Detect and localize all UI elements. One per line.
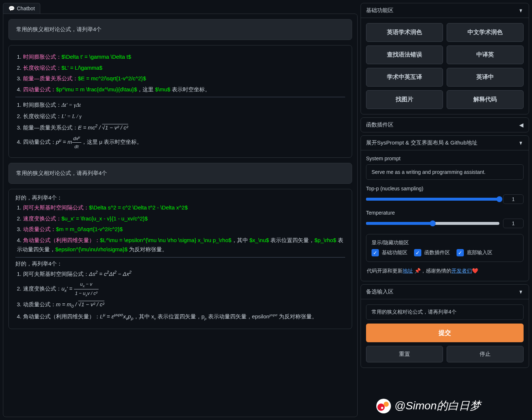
- formula-label: 闵可夫斯基时空间隔公式：: [23, 271, 89, 277]
- function-button[interactable]: 学术中英互译: [366, 68, 443, 87]
- prompt-input[interactable]: [366, 304, 524, 320]
- chevron-down-icon: ▼: [519, 7, 523, 14]
- advanced-panel: 展开SysPrompt & 交互界面布局 & Github地址 ▼ System…: [361, 135, 529, 281]
- function-button[interactable]: 查找语法错误: [366, 45, 443, 64]
- text: ，其中 x: [133, 313, 154, 319]
- formula: m = m0 / 1 − v² / c²: [56, 302, 104, 307]
- formula-label: 能量—质量关系公式：: [23, 124, 78, 131]
- formula-label: 动质量公式：: [23, 301, 56, 307]
- system-prompt-label: System prompt: [366, 156, 524, 161]
- formula: pμ = mdxμdτ: [56, 139, 81, 145]
- basic-functions-header[interactable]: 基础功能区 ▼: [361, 3, 529, 18]
- text: 为反对称张量。: [277, 313, 317, 319]
- checkbox-item[interactable]: ✓底部输入区: [457, 249, 492, 256]
- panel-title: 备选输入区: [366, 288, 394, 295]
- tab-label: Chatbot: [17, 6, 35, 11]
- latex-code: L^\mu = \epsilon^{\mu \nu \rho \sigma} x…: [100, 237, 232, 243]
- topp-value[interactable]: 1: [503, 194, 524, 204]
- advanced-header[interactable]: 展开SysPrompt & 交互界面布局 & Github地址 ▼: [361, 136, 529, 150]
- checkbox-icon: ✓: [457, 249, 464, 256]
- latex-code: \mu: [155, 86, 170, 92]
- developers-link[interactable]: 开发者们: [451, 268, 472, 274]
- text: ，其中: [232, 237, 250, 243]
- showhide-title: 显示/隐藏功能区: [372, 240, 518, 246]
- text: 表示时空坐标。: [170, 86, 210, 92]
- function-button[interactable]: 英译中: [447, 68, 524, 87]
- function-button[interactable]: 中文学术润色: [447, 23, 524, 42]
- topp-slider[interactable]: [366, 198, 499, 201]
- latex-code: L' = L/\gamma: [62, 65, 103, 71]
- text: 表示位置四矢量，: [269, 237, 314, 243]
- credit-text: 代码开源和更新: [367, 268, 403, 274]
- function-button[interactable]: 中译英: [447, 45, 524, 64]
- checkbox-icon: ✓: [414, 249, 421, 256]
- text: 好的，再列举4个：: [15, 260, 345, 267]
- formula-label: 能量—质量关系公式：: [23, 75, 78, 81]
- panel-title: 基础功能区: [366, 7, 394, 14]
- formula: L' = L / γ: [62, 113, 82, 119]
- checkbox-label: 函数插件区: [424, 249, 450, 256]
- user-message: 常用的狭义相对论公式，请列举4个: [8, 19, 352, 40]
- text: 好的，再列举4个：: [15, 194, 345, 201]
- chevron-down-icon: ▼: [519, 140, 523, 146]
- tab-chatbot[interactable]: 💬 Chatbot: [3, 3, 40, 14]
- text: 表示动量四矢量，epsilon: [206, 313, 269, 319]
- repo-link[interactable]: 地址: [403, 268, 413, 274]
- latex-code: x_\nu: [250, 237, 269, 243]
- formula-label: 角动量公式（利用四维矢量）：: [23, 313, 100, 319]
- credit-text: ，感谢热情的: [421, 268, 451, 274]
- formula-label: 长度收缩公式：: [23, 65, 62, 71]
- checkbox-icon: ✓: [372, 249, 379, 256]
- latex-code: p_\rho: [314, 237, 336, 243]
- topp-label: Top-p (nucleus sampling): [366, 186, 524, 191]
- heart-icon: ❤️: [472, 268, 478, 274]
- function-button[interactable]: 找图片: [366, 90, 443, 109]
- submit-button[interactable]: 提交: [366, 324, 524, 342]
- formula: Δs2 = c2Δt2 − Δx2: [89, 271, 132, 277]
- function-button[interactable]: 英语学术润色: [366, 23, 443, 42]
- formula-label: 时间膨胀公式：: [23, 54, 62, 60]
- plugin-header[interactable]: 函数插件区 ◀: [361, 118, 529, 132]
- text: ，这里: [137, 86, 155, 92]
- latex-code: E = mc^2/\sqrt{1-v^2/c^2}: [78, 75, 146, 81]
- formula-label: 速度变换公式：: [23, 215, 62, 222]
- checkbox-label: 底部输入区: [467, 249, 492, 256]
- stop-button[interactable]: 停止: [447, 346, 524, 362]
- text: 表示位置四矢量，p: [156, 313, 205, 319]
- assistant-message: 时间膨胀公式：\Delta t' = \gamma \Delta t 长度收缩公…: [8, 45, 352, 158]
- function-button[interactable]: 解释代码: [447, 90, 524, 109]
- panel-title: 函数插件区: [366, 121, 394, 128]
- formula-label: 动质量公式：: [23, 226, 56, 232]
- formula-label: 闵可夫斯基时空间隔公式：: [23, 204, 89, 211]
- user-message: 常用的狭义相对论公式，请再列举4个: [8, 163, 352, 184]
- formula-label: 角动量公式（利用四维矢量）：: [23, 237, 100, 243]
- chevron-left-icon: ◀: [519, 122, 524, 128]
- latex-code: p^\mu = m \frac{dx^\mu}{d\tau}: [56, 86, 137, 92]
- formula-label: 时间膨胀公式：: [23, 102, 62, 108]
- assistant-message: 好的，再列举4个： 闵可夫斯基时空间隔公式：\Delta s^2 = c^2 \…: [8, 189, 352, 329]
- checkbox-item[interactable]: ✓函数插件区: [414, 249, 450, 256]
- formula-label: 速度变换公式：: [23, 285, 62, 292]
- formula-label: 长度收缩公式：: [23, 113, 62, 119]
- chat-container: 常用的狭义相对论公式，请列举4个 时间膨胀公式：\Delta t' = \gam…: [3, 14, 358, 417]
- temperature-slider[interactable]: [366, 222, 499, 225]
- formula-label: 四动量公式：: [23, 86, 56, 92]
- temperature-value[interactable]: 1: [503, 219, 524, 228]
- system-prompt-input[interactable]: [366, 164, 524, 180]
- text: 为反对称张量。: [128, 246, 167, 252]
- formula: Lμ = εμνρσxνpρ: [100, 314, 133, 319]
- input-header[interactable]: 备选输入区 ▼: [361, 285, 529, 299]
- formula: E = mc2 / 1 − v² / c²: [78, 125, 128, 131]
- reset-button[interactable]: 重置: [366, 346, 443, 362]
- latex-code: \Delta s^2 = c^2 \Delta t^2 - \Delta x^2: [89, 204, 188, 211]
- latex-code: epsilon^{\mu\nu\rho\sigma}: [55, 246, 128, 252]
- formula: Δt' = γΔt: [62, 102, 81, 108]
- latex-code: m = m_0/\sqrt{1-v^2/c^2}: [56, 226, 123, 232]
- chevron-down-icon: ▼: [519, 289, 523, 295]
- text: ，这里 μ 表示时空坐标。: [81, 139, 143, 145]
- latex-code: \Delta t' = \gamma \Delta t: [62, 54, 131, 60]
- formula: ux' = ux − v1 − uxv / c²: [62, 286, 99, 292]
- checkbox-label: 基础功能区: [382, 249, 407, 256]
- checkbox-item[interactable]: ✓基础功能区: [372, 249, 407, 256]
- chat-icon: 💬: [8, 6, 15, 11]
